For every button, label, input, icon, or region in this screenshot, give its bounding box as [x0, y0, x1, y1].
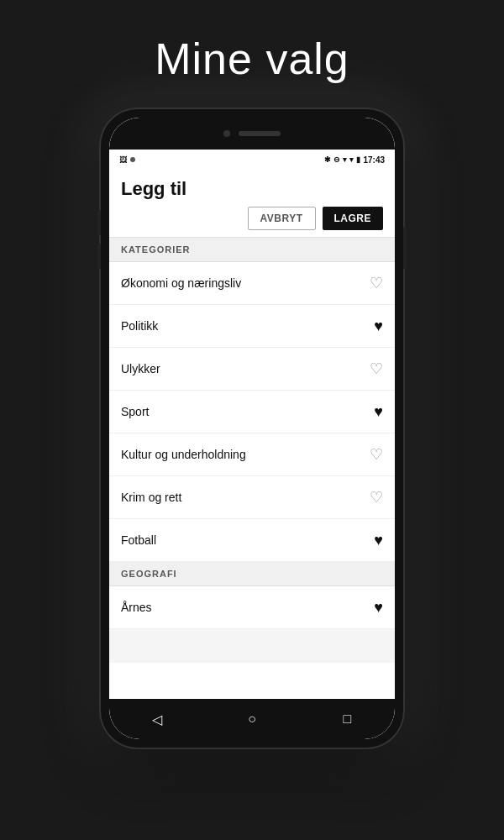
item-label-sport: Sport: [121, 405, 149, 418]
signal-icon: ⊖: [333, 155, 340, 164]
heart-icon-sport[interactable]: ♥: [374, 404, 383, 419]
heart-icon-politikk[interactable]: ♥: [374, 318, 383, 333]
item-label-politikk: Politikk: [121, 319, 158, 333]
bottom-padding: [109, 629, 395, 663]
list-item[interactable]: Krim og rett ♡: [109, 476, 395, 519]
notification-icon: 🖼: [119, 155, 127, 164]
status-bar: 🖼 ✱ ⊖ ▾ ▾ ▮ 17:43: [109, 150, 395, 170]
recent-apps-button[interactable]: □: [330, 702, 364, 736]
heart-icon-kultur[interactable]: ♡: [370, 447, 383, 462]
phone-top-bezel: [109, 118, 395, 150]
status-left-icons: 🖼: [119, 155, 135, 164]
volume-down-button: [97, 244, 101, 269]
list-item[interactable]: Fotball ♥: [109, 519, 395, 562]
list-item[interactable]: Politikk ♥: [109, 305, 395, 348]
heart-icon-ulykker[interactable]: ♡: [370, 361, 383, 376]
app-header-title: Legg til: [121, 178, 383, 200]
phone-screen: 🖼 ✱ ⊖ ▾ ▾ ▮ 17:43 Legg til AVBRYT LAGRE: [109, 118, 395, 739]
heart-icon-arnes[interactable]: ♥: [374, 600, 383, 615]
app-header: Legg til AVBRYT LAGRE: [109, 170, 395, 238]
item-label-arnes: Årnes: [121, 601, 152, 614]
network-icon: ▾: [349, 155, 354, 164]
section-header-kategorier: KATEGORIER: [109, 238, 395, 262]
cancel-button[interactable]: AVBRYT: [248, 207, 316, 230]
content-area[interactable]: KATEGORIER Økonomi og næringsliv ♡ Polit…: [109, 238, 395, 699]
page-title: Mine valg: [155, 34, 349, 84]
item-label-krim: Krim og rett: [121, 491, 181, 504]
header-buttons: AVBRYT LAGRE: [121, 207, 383, 230]
heart-icon-okonomi[interactable]: ♡: [370, 276, 383, 291]
status-right-area: ✱ ⊖ ▾ ▾ ▮ 17:43: [324, 155, 385, 165]
time-display: 17:43: [363, 155, 385, 165]
heart-icon-krim[interactable]: ♡: [370, 490, 383, 505]
phone-frame: 🖼 ✱ ⊖ ▾ ▾ ▮ 17:43 Legg til AVBRYT LAGRE: [101, 109, 403, 748]
item-label-ulykker: Ulykker: [121, 362, 160, 375]
home-button[interactable]: ○: [235, 702, 269, 736]
speaker-icon: [239, 131, 281, 136]
camera-icon: [223, 130, 230, 137]
list-item[interactable]: Kultur og underholdning ♡: [109, 433, 395, 476]
back-button[interactable]: ◁: [140, 702, 174, 736]
heart-icon-fotball[interactable]: ♥: [374, 533, 383, 548]
save-button[interactable]: LAGRE: [323, 207, 384, 230]
volume-up-button: [97, 210, 101, 235]
list-item[interactable]: Økonomi og næringsliv ♡: [109, 262, 395, 305]
item-label-kultur: Kultur og underholdning: [121, 448, 246, 461]
bluetooth-icon: ✱: [324, 155, 331, 164]
status-dot: [130, 157, 135, 162]
bottom-navigation: ◁ ○ □: [109, 699, 395, 739]
wifi-icon: ▾: [343, 155, 347, 164]
list-item[interactable]: Sport ♥: [109, 391, 395, 433]
item-label-fotball: Fotball: [121, 533, 156, 547]
battery-icon: ▮: [356, 155, 360, 164]
list-item[interactable]: Ulykker ♡: [109, 348, 395, 391]
item-label-okonomi: Økonomi og næringsliv: [121, 276, 241, 290]
section-header-geografi: GEOGRAFI: [109, 562, 395, 586]
list-item[interactable]: Årnes ♥: [109, 586, 395, 629]
power-button: [403, 227, 407, 269]
